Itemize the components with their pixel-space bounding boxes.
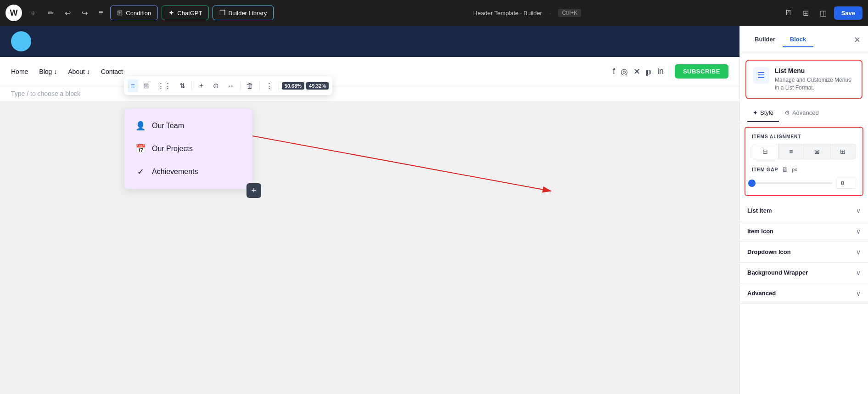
top-toolbar: W ＋ ✏ ↩ ↪ ≡ ⊞ Condition ✦ ChatGPT ❐ Buil… xyxy=(0,0,868,26)
advanced-tab-label: Advanced xyxy=(792,109,819,116)
dropdown-menu: 👤 Our Team 📅 Our Projects ✓ Achievements… xyxy=(124,108,252,189)
block-tool-list[interactable]: ≡ xyxy=(128,79,138,92)
tab-builder[interactable]: Builder xyxy=(747,32,783,47)
builder-library-button[interactable]: ❐ Builder Library xyxy=(213,6,274,20)
item-gap-row: ITEM GAP 🖥 px xyxy=(752,166,856,173)
center-info: Header Template · Builder · Ctrl+K xyxy=(277,9,777,17)
align-left-button[interactable]: ⊟ xyxy=(752,144,778,159)
dropdown-item-our-projects[interactable]: 📅 Our Projects xyxy=(124,137,252,160)
item-icon-section[interactable]: Item Icon ∨ xyxy=(740,221,868,242)
dropdown-item-achievements[interactable]: ✓ Achievements xyxy=(124,160,252,183)
gap-device-icon: 🖥 xyxy=(782,166,788,173)
style-advanced-tabs: ✦ Style ⚙ Advanced xyxy=(740,105,868,122)
facebook-icon[interactable]: f xyxy=(613,67,615,76)
nav-contact[interactable]: Contact xyxy=(101,68,123,75)
right-panel: Builder Block ✕ ☰ List Menu Manage and C… xyxy=(739,26,868,394)
main-area: Home Blog ↓ About ↓ Contact f ◎ ✕ 𝕡 in S… xyxy=(0,26,868,394)
block-tool-arrows[interactable]: ⇅ xyxy=(176,79,189,92)
undo-button[interactable]: ↩ xyxy=(61,6,74,20)
item-icon-label: Item Icon xyxy=(747,228,773,235)
add-block-button[interactable]: ＋ xyxy=(26,6,40,21)
desktop-view-button[interactable]: 🖥 xyxy=(781,6,795,20)
lines-button[interactable]: ≡ xyxy=(95,6,106,20)
edit-button[interactable]: ✏ xyxy=(44,6,57,20)
redo-button[interactable]: ↪ xyxy=(78,6,91,20)
preview-header-dark xyxy=(0,26,739,57)
tab-block[interactable]: Block xyxy=(783,32,813,47)
chatgpt-button[interactable]: ✦ ChatGPT xyxy=(162,6,209,20)
slider-container xyxy=(752,178,856,189)
block-tool-grid[interactable]: ⊞ xyxy=(140,79,152,92)
dropdown-icon-label: Dropdown Icon xyxy=(747,248,791,255)
condition-icon: ⊞ xyxy=(117,9,123,17)
align-center-button[interactable]: ≡ xyxy=(778,144,805,159)
advanced-tab[interactable]: ⚙ Advanced xyxy=(779,105,824,122)
pinterest-icon[interactable]: 𝕡 xyxy=(646,67,652,77)
preview-nav: Home Blog ↓ About ↓ Contact f ◎ ✕ 𝕡 in S… xyxy=(0,57,739,86)
toolbar-right: 🖥 ⊞ ◫ Save xyxy=(781,6,862,20)
settings-section: ITEMS ALIGNMENT ⊟ ≡ ⊠ ⊞ ITEM GAP 🖥 px xyxy=(745,127,863,196)
advanced-section[interactable]: Advanced ∨ xyxy=(740,283,868,304)
our-team-icon: 👤 xyxy=(135,121,146,131)
nav-blog[interactable]: Blog ↓ xyxy=(39,68,57,75)
type-hint: Type / to choose a block xyxy=(0,86,739,101)
close-panel-button[interactable]: ✕ xyxy=(854,35,861,45)
align-justify-button[interactable]: ⊞ xyxy=(830,144,856,159)
style-tab[interactable]: ✦ Style xyxy=(747,105,779,122)
chatgpt-label: ChatGPT xyxy=(177,10,202,17)
alignment-options: ⊟ ≡ ⊠ ⊞ xyxy=(752,144,856,159)
responsive-view-button[interactable]: ⊞ xyxy=(799,6,812,20)
list-menu-card-text: List Menu Manage and Customize Menus in … xyxy=(775,67,855,92)
block-toolbar: ≡ ⊞ ⋮⋮ ⇅ ＋ ⊙ ↔ 🗑 ⋮ 50.68% 49.32% xyxy=(124,76,332,95)
subscribe-button[interactable]: SUBSCRIBE xyxy=(675,64,728,79)
canvas-body xyxy=(0,101,739,394)
style-tab-icon: ✦ xyxy=(753,109,758,116)
dropdown-icon-section[interactable]: Dropdown Icon ∨ xyxy=(740,242,868,263)
block-tool-dots[interactable]: ⋮⋮ xyxy=(154,79,174,92)
our-team-label: Our Team xyxy=(152,122,184,130)
condition-button[interactable]: ⊞ Condition xyxy=(110,6,158,20)
block-tool-palette[interactable]: ⊙ xyxy=(210,79,222,92)
pct-right-badge: 49.32% xyxy=(306,82,329,90)
instagram-icon[interactable]: ◎ xyxy=(621,67,628,77)
linkedin-icon[interactable]: in xyxy=(657,67,664,76)
background-wrapper-label: Background Wrapper xyxy=(747,269,808,276)
social-icons: f ◎ ✕ 𝕡 in xyxy=(613,67,664,77)
slider-thumb[interactable] xyxy=(748,180,756,187)
advanced-tab-icon: ⚙ xyxy=(784,109,790,116)
block-tool-more[interactable]: ⋮ xyxy=(263,79,276,92)
keyboard-shortcut: Ctrl+K xyxy=(558,9,581,17)
achievements-icon: ✓ xyxy=(135,167,146,177)
block-tool-delete[interactable]: 🗑 xyxy=(243,79,257,92)
block-tool-add[interactable]: ＋ xyxy=(195,79,208,92)
list-menu-card-icon: ☰ xyxy=(753,67,769,84)
style-tab-label: Style xyxy=(760,109,773,116)
nav-home[interactable]: Home xyxy=(11,68,28,75)
separator: · xyxy=(549,10,551,17)
dropdown-item-our-team[interactable]: 👤 Our Team xyxy=(124,114,252,137)
item-gap-label: ITEM GAP xyxy=(752,167,778,172)
background-wrapper-section[interactable]: Background Wrapper ∨ xyxy=(740,263,868,283)
wordpress-logo[interactable]: W xyxy=(6,5,22,21)
save-button[interactable]: Save xyxy=(834,6,862,20)
sidebar-toggle-button[interactable]: ◫ xyxy=(816,6,830,20)
twitter-icon[interactable]: ✕ xyxy=(633,67,640,77)
gap-slider-track[interactable] xyxy=(752,182,832,184)
list-item-section[interactable]: List Item ∨ xyxy=(740,201,868,221)
align-right-button[interactable]: ⊠ xyxy=(804,144,830,159)
gap-value-input[interactable] xyxy=(836,178,856,189)
achievements-label: Achievements xyxy=(152,168,198,176)
our-projects-label: Our Projects xyxy=(152,145,193,153)
chatgpt-icon: ✦ xyxy=(168,9,174,17)
items-alignment-label: ITEMS ALIGNMENT xyxy=(752,134,856,139)
block-tool-resize[interactable]: ↔ xyxy=(224,79,237,92)
advanced-label: Advanced xyxy=(747,290,776,297)
nav-about[interactable]: About ↓ xyxy=(68,68,90,75)
our-projects-icon: 📅 xyxy=(135,144,146,154)
list-menu-title: List Menu xyxy=(775,67,855,74)
gap-unit: px xyxy=(792,167,797,172)
canvas-area: Home Blog ↓ About ↓ Contact f ◎ ✕ 𝕡 in S… xyxy=(0,26,739,394)
add-block-floating-button[interactable]: + xyxy=(246,183,261,198)
builder-library-icon: ❐ xyxy=(219,9,225,17)
advanced-chevron: ∨ xyxy=(856,290,861,297)
